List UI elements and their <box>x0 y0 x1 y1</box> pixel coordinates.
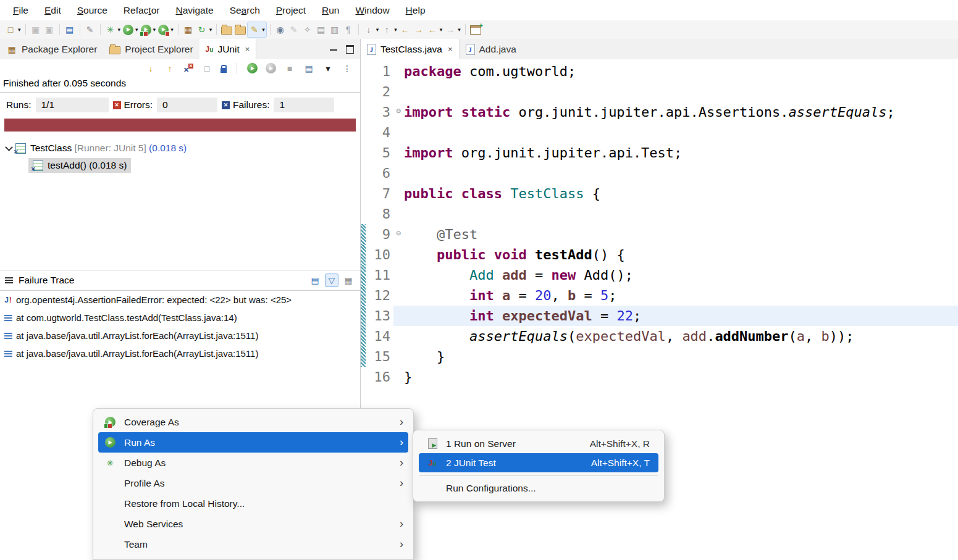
history-dropdown-button[interactable]: ▾ <box>321 61 335 76</box>
debug-button[interactable]: ✳▾ <box>104 22 122 37</box>
test-history-button[interactable]: ▤ <box>302 61 316 76</box>
prev-annotation-button[interactable]: ▥ <box>328 22 342 37</box>
minimize-icon[interactable] <box>330 49 337 52</box>
run-last-button[interactable]: ▶▾ <box>157 22 175 37</box>
context-menu-item-debug-as[interactable]: ✳Debug As› <box>98 453 408 473</box>
maximize-icon[interactable] <box>346 45 354 54</box>
tab-project-explorer[interactable]: Project Explorer <box>103 39 199 59</box>
coverage-dropdown-icon[interactable]: ▾ <box>153 27 156 33</box>
context-menu-item-team[interactable]: Team› <box>98 534 408 554</box>
highlighter-button[interactable]: ✎▾ <box>247 22 267 38</box>
menu-file[interactable]: File <box>5 0 36 20</box>
menu-window[interactable]: Window <box>347 0 397 20</box>
next-edit-location-button[interactable]: → <box>412 22 426 37</box>
menu-run[interactable]: Run <box>314 0 347 20</box>
prev-member-button[interactable]: ↑▾ <box>380 22 398 37</box>
next-failed-test-button[interactable]: ↓ <box>144 61 158 76</box>
submenu-item-1-run-on-server[interactable]: ▶1 Run on ServerAlt+Shift+X, R <box>419 434 658 453</box>
code-line-16[interactable]: 16} <box>361 367 958 387</box>
menu-help[interactable]: Help <box>398 0 434 20</box>
code-line-12[interactable]: 12 int a = 20, b = 5; <box>361 285 958 306</box>
run-button[interactable]: ▶▾ <box>122 22 140 37</box>
next-member-dropdown-icon[interactable]: ▾ <box>376 27 379 33</box>
context-menu-item-profile-as[interactable]: Profile As› <box>98 473 408 493</box>
context-menu-item-web-services[interactable]: Web Services› <box>98 514 408 534</box>
fold-icon[interactable]: ⊖ <box>393 102 404 122</box>
tree-row-testclass[interactable]: ✕TestClass [Runner: JUnit 5] (0.018 s) <box>0 140 360 157</box>
code-line-1[interactable]: 1package com.ugtworld; <box>361 61 958 81</box>
coverage-button[interactable]: ▶▾ <box>140 22 158 37</box>
external-tools-dropdown-icon[interactable]: ▾ <box>209 27 212 33</box>
trace-line[interactable]: at com.ugtworld.TestClass.testAdd(TestCl… <box>0 309 360 327</box>
menu-edit[interactable]: Edit <box>36 0 69 20</box>
next-member-button[interactable]: ↓▾ <box>362 22 380 37</box>
view-menu-button[interactable]: ⋮ <box>340 61 354 76</box>
fold-icon[interactable]: ⊖ <box>393 224 404 244</box>
code-line-15[interactable]: 15 } <box>361 346 958 367</box>
back-button[interactable]: ←▾ <box>426 22 444 37</box>
debug-dropdown-icon[interactable]: ▾ <box>118 27 121 33</box>
code-line-4[interactable]: 4 <box>361 122 958 143</box>
search-button[interactable]: ◉ <box>274 22 287 37</box>
code-line-2[interactable]: 2 <box>361 81 958 102</box>
back-dropdown-icon[interactable]: ▾ <box>440 27 443 33</box>
trace-line[interactable]: J!org.opentest4j.AssertionFailedError: e… <box>0 291 360 309</box>
editor-tab-testclass-java[interactable]: JTestClass.java× <box>361 39 460 59</box>
menu-search[interactable]: Search <box>222 0 268 20</box>
context-menu-item-coverage-as[interactable]: ▶Coverage As› <box>98 412 408 432</box>
prev-failed-test-button[interactable]: ↑ <box>163 61 177 76</box>
code-line-5[interactable]: 5import org.junit.jupiter.api.Test; <box>361 143 958 163</box>
menu-refactor[interactable]: Refactor <box>116 0 168 20</box>
failures-only-button[interactable]: ✕✕ <box>182 61 195 76</box>
new-java-project-button[interactable]: ▦ <box>182 22 195 37</box>
run-dropdown-icon[interactable]: ▾ <box>135 27 138 33</box>
open-type-button[interactable] <box>220 22 233 37</box>
code-text: } <box>404 367 958 387</box>
code-line-13[interactable]: 13 int expectedVal = 22; <box>361 306 958 326</box>
menu-navigate[interactable]: Navigate <box>167 0 221 20</box>
submenu-item-2-junit-test[interactable]: Ju2 JUnit TestAlt+Shift+X, T <box>419 453 658 472</box>
show-stack-console-button[interactable]: ▦ <box>342 274 355 287</box>
code-line-7[interactable]: 7public class TestClass { <box>361 183 958 204</box>
submenu-item-run-configurations[interactable]: Run Configurations... <box>419 479 658 498</box>
external-tools-button[interactable]: ↻▾ <box>195 22 214 37</box>
code-line-11[interactable]: 11 Add add = new Add(); <box>361 265 958 285</box>
open-resource-button[interactable] <box>233 22 247 37</box>
open-console-button[interactable]: ▤ <box>63 22 77 37</box>
skipped-tests-button[interactable]: □ <box>200 61 214 76</box>
new-wizard-dropdown-icon[interactable]: ▾ <box>18 27 21 33</box>
code-line-9[interactable]: 9⊖ @Test <box>361 224 958 244</box>
trace-line[interactable]: at java.base/java.util.ArrayList.forEach… <box>0 345 360 362</box>
code-line-8[interactable]: 8 <box>361 204 958 224</box>
compare-result-button[interactable]: ▤ <box>308 274 322 287</box>
tab-junit[interactable]: JuJUnit× <box>200 39 257 59</box>
close-icon[interactable]: × <box>448 44 453 54</box>
prev-member-dropdown-icon[interactable]: ▾ <box>394 27 397 33</box>
menu-project[interactable]: Project <box>268 0 314 20</box>
next-annotation-button[interactable]: ▤ <box>314 22 328 37</box>
tree-row-testadd[interactable]: ✕testAdd() (0.018 s) <box>0 157 360 174</box>
code-line-10[interactable]: 10 public void testAdd() { <box>361 244 958 265</box>
menu-source[interactable]: Source <box>69 0 116 20</box>
scroll-lock-button[interactable] <box>219 61 228 76</box>
close-icon[interactable]: × <box>245 44 250 54</box>
show-whitespace-button[interactable]: ¶ <box>342 22 355 37</box>
tab-package-explorer[interactable]: ▦Package Explorer <box>0 39 103 59</box>
code-line-14[interactable]: 14 assertEquals(expectedVal, add.addNumb… <box>361 326 958 346</box>
highlighter-dropdown-icon[interactable]: ▾ <box>262 27 265 33</box>
editor-tab-add-java[interactable]: JAdd.java <box>460 39 523 59</box>
code-line-3[interactable]: 3⊖import static org.junit.jupiter.api.As… <box>361 102 958 122</box>
context-menu-item-restore-from-local-history[interactable]: Restore from Local History... <box>98 493 408 514</box>
rerun-test-button[interactable]: ▶ <box>246 61 259 76</box>
new-wizard-button[interactable]: □▾ <box>4 22 22 37</box>
filter-stack-button[interactable]: ▽ <box>325 274 338 287</box>
open-perspective-button[interactable] <box>469 22 482 37</box>
last-edit-location-button[interactable]: ← <box>398 22 412 37</box>
run-last-dropdown-icon[interactable]: ▾ <box>170 27 174 33</box>
forward-dropdown-icon[interactable]: ▾ <box>458 27 461 33</box>
pin-editor-button[interactable]: ✎ <box>83 22 97 37</box>
context-menu-item-run-as[interactable]: ▶Run As› <box>98 432 408 453</box>
trace-line[interactable]: at java.base/java.util.ArrayList.forEach… <box>0 327 360 345</box>
chevron-down-icon[interactable] <box>5 143 13 151</box>
code-line-6[interactable]: 6 <box>361 163 958 183</box>
